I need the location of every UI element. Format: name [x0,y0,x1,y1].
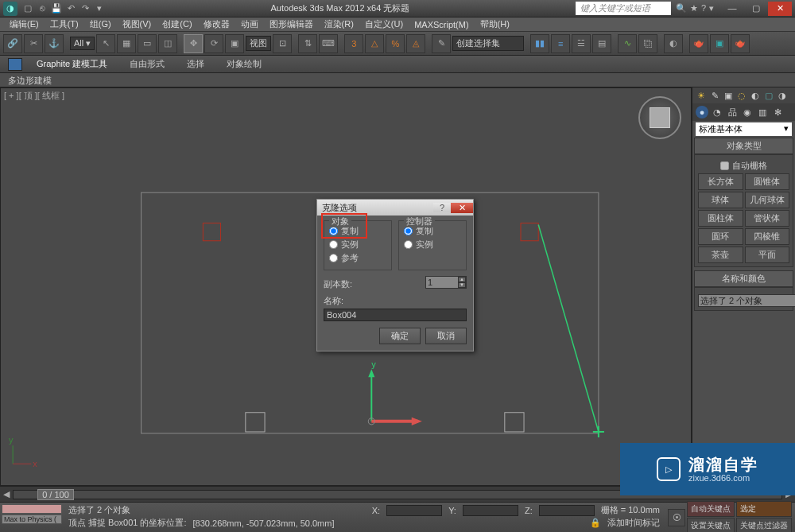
toprow-light-icon[interactable]: ◌ [736,90,747,101]
undo-icon[interactable]: ↶ [65,3,76,14]
primitive-plane[interactable]: 平面 [745,247,790,263]
setkey-button[interactable]: 设置关键点 [687,518,735,532]
menu-edit[interactable]: 编辑(E) [5,17,44,31]
close-button[interactable]: ✕ [768,2,792,16]
primitive-box[interactable]: 长方体 [698,173,743,190]
toprow-render-icon[interactable]: ◑ [777,90,788,101]
mirror-icon[interactable]: ▮▮ [530,34,549,53]
z-field[interactable] [539,505,595,516]
maximize-button[interactable]: ▢ [744,2,768,16]
percent-snap-icon[interactable]: % [386,34,405,53]
help-dd-icon[interactable]: ▾ [709,3,714,14]
keyboard-shortcut-icon[interactable]: ⌨ [319,34,338,53]
unlink-icon[interactable]: ✂ [24,34,43,53]
layers-icon[interactable]: ☱ [572,34,591,53]
select-link-icon[interactable]: 🔗 [3,34,22,53]
spinner-up-icon[interactable]: ▲ [458,277,466,282]
menu-modifiers[interactable]: 修改器 [199,17,235,31]
menu-group[interactable]: 组(G) [85,17,116,31]
toprow-focus-icon[interactable]: ▣ [723,90,734,101]
save-icon[interactable]: 💾 [51,3,62,14]
copies-spinner[interactable]: ▲▼ [425,276,467,289]
radio-reference[interactable] [329,254,338,262]
primitive-torus[interactable]: 圆环 [698,228,743,245]
dialog-help-icon[interactable]: ? [433,203,451,212]
menu-rendering[interactable]: 渲染(R) [320,17,359,31]
menu-grapheditors[interactable]: 图形编辑器 [265,17,318,31]
help-icon[interactable]: ? [701,3,706,14]
autogrid-checkbox[interactable] [720,161,729,170]
toprow-sun-icon[interactable]: ☀ [696,90,707,101]
named-selection-sets[interactable]: 创建选择集 [452,36,524,51]
copies-value[interactable] [426,278,458,287]
app-logo[interactable]: ◑ [3,2,17,16]
y-field[interactable] [463,505,518,516]
material-editor-icon[interactable]: ◐ [664,34,683,53]
isolate-icon[interactable]: ⦿ [668,509,685,526]
maxscript-mini-2[interactable]: Max to Physics ( [2,515,62,524]
keyfilter-button[interactable]: 关键点过滤器 [736,518,792,532]
toprow-brush-icon[interactable]: ✎ [709,90,720,101]
radio-copy[interactable] [329,227,338,235]
toprow-screen-icon[interactable]: ▢ [763,90,774,101]
display-tab-icon[interactable]: ▥ [756,106,769,118]
select-object-icon[interactable]: ↖ [96,34,115,53]
ribbon-toggle-icon[interactable]: ▤ [592,34,611,53]
modify-tab-icon[interactable]: ◔ [711,106,723,118]
menu-animation[interactable]: 动画 [236,17,263,31]
rollout-name-color[interactable]: 名称和颜色 [694,270,793,287]
use-pivot-center-icon[interactable]: ⊡ [273,34,292,53]
scale-icon[interactable]: ▣ [225,34,244,53]
menu-views[interactable]: 视图(V) [118,17,157,31]
radio-instance[interactable] [329,240,338,249]
schematic-view-icon[interactable]: ⿻ [638,34,657,53]
object-name-field[interactable] [698,294,795,307]
menu-help[interactable]: 帮助(H) [475,17,514,31]
select-by-name-icon[interactable]: ▦ [117,34,136,53]
add-time-tag[interactable]: 添加时间标记 [607,517,660,529]
utilities-tab-icon[interactable]: ✻ [771,106,784,118]
curve-editor-icon[interactable]: ∿ [618,34,637,53]
render-setup-icon[interactable]: 🫖 [689,34,708,53]
primitive-pyramid[interactable]: 四棱锥 [745,228,790,245]
ribbon-tab-graphite[interactable]: Graphite 建模工具 [25,56,118,72]
maxscript-mini-1[interactable] [2,504,62,514]
ribbon-tab-freeform[interactable]: 自由形式 [118,56,176,72]
favorites-icon[interactable]: ★ [690,3,698,14]
primitive-teapot[interactable]: 茶壶 [698,247,743,263]
qat-dropdown-icon[interactable]: ▾ [94,3,105,14]
help-search[interactable]: 键入关键字或短语 [576,2,671,15]
menu-customize[interactable]: 自定义(U) [360,17,408,31]
dialog-titlebar[interactable]: 克隆选项 ? ✕ [317,200,473,216]
spinner-snap-icon[interactable]: ◬ [406,34,425,53]
toprow-eye-icon[interactable]: ◐ [750,90,761,101]
dialog-close-button[interactable]: ✕ [451,203,473,213]
angle-snap-icon[interactable]: △ [365,34,384,53]
snap-toggle-icon[interactable]: 3 [344,34,363,53]
render-production-icon[interactable]: 🫖 [731,34,750,53]
rotate-icon[interactable]: ⟳ [204,34,223,53]
menu-tools[interactable]: 工具(T) [45,17,83,31]
align-icon[interactable]: ≡ [551,34,570,53]
ok-button[interactable]: 确定 [379,328,421,344]
primitive-cylinder[interactable]: 圆柱体 [698,210,743,227]
clone-name-input[interactable] [324,309,467,321]
window-crossing-icon[interactable]: ◫ [158,34,177,53]
cancel-button[interactable]: 取消 [425,328,467,344]
redo-icon[interactable]: ↷ [80,3,91,14]
rollout-object-type[interactable]: 对象类型 [694,138,793,154]
motion-tab-icon[interactable]: ◉ [741,106,754,118]
minimize-button[interactable]: — [720,2,744,16]
search-go-icon[interactable]: 🔍 [676,3,687,14]
ref-coord-system[interactable]: 视图 [246,36,271,51]
move-icon[interactable]: ✥ [184,34,203,53]
x-field[interactable] [386,505,442,516]
create-tab-icon[interactable]: ● [696,106,708,118]
select-manipulate-icon[interactable]: ⇅ [298,34,317,53]
selection-filter[interactable]: All ▾ [70,37,95,50]
primitive-tube[interactable]: 管状体 [745,210,790,227]
ribbon-tab-paint[interactable]: 对象绘制 [215,56,273,72]
new-icon[interactable]: ▢ [22,3,33,14]
hierarchy-tab-icon[interactable]: 品 [726,106,739,118]
edit-named-sel-icon[interactable]: ✎ [432,34,451,53]
